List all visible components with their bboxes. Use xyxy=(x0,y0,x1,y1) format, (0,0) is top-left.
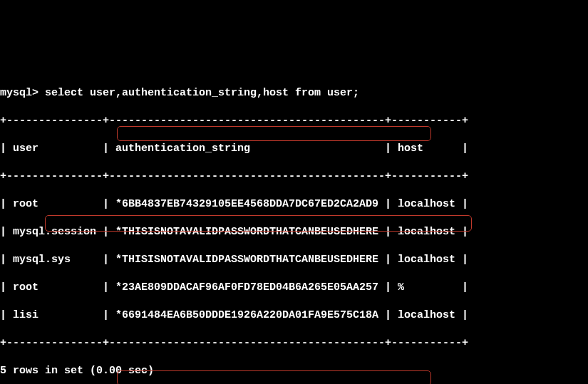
terminal: mysql> select user,authentication_string… xyxy=(0,70,588,385)
table-header: | user | authentication_string | host | xyxy=(0,142,588,156)
table-sep: +---------------+-----------------------… xyxy=(0,336,588,351)
table-row: | lisi | *6691484EA6B50DDDE1926A220DA01F… xyxy=(0,308,588,323)
table-row: | root | *23AE809DDACAF96AF0FD78ED04B6A2… xyxy=(0,281,588,295)
table-sep: +---------------+-----------------------… xyxy=(0,114,588,128)
table-row: | mysql.sys | *THISISNOTAVALIDPASSWORDTH… xyxy=(0,253,588,267)
query1-line: mysql> select user,authentication_string… xyxy=(0,86,588,100)
table-sep: +---------------+-----------------------… xyxy=(0,170,588,184)
rows-msg: 5 rows in set (0.00 sec) xyxy=(0,364,588,378)
table-row: | root | *6BB4837EB74329105EE4568DDA7DC6… xyxy=(0,197,588,212)
table-row: | mysql.session | *THISISNOTAVALIDPASSWO… xyxy=(0,225,588,239)
